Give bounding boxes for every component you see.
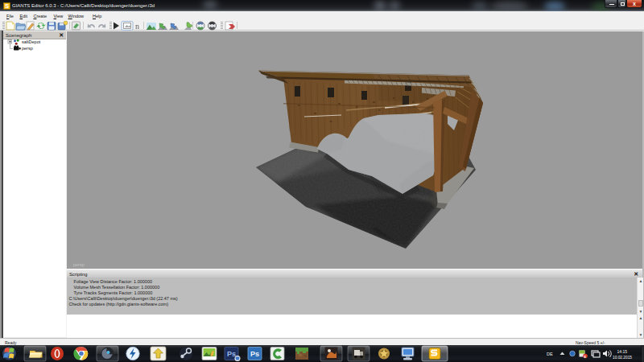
- svg-text:x: x: [584, 354, 586, 359]
- svg-text:persp: persp: [22, 46, 33, 51]
- svg-text:14:15: 14:15: [617, 349, 628, 354]
- svg-text:n: n: [135, 22, 139, 31]
- svg-text:Ps: Ps: [227, 350, 236, 358]
- svg-text:DE: DE: [547, 352, 553, 356]
- svg-text:10.02.2015: 10.02.2015: [613, 356, 632, 360]
- svg-text:Ps: Ps: [250, 350, 259, 358]
- svg-text:saltDepot: saltDepot: [22, 39, 41, 44]
